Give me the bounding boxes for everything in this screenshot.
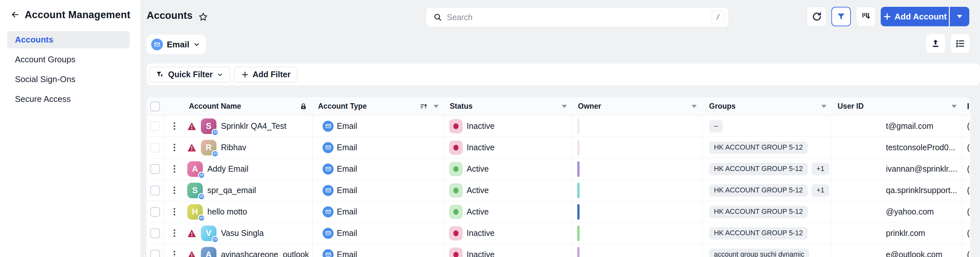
- owner-avatar-sliver: [577, 183, 579, 198]
- user-id: e@outlook.com: [886, 250, 942, 257]
- owner-avatar-sliver: [577, 161, 579, 177]
- table-row[interactable]: S spr_qa_email Email Active HK ACCOUNT G…: [147, 180, 970, 201]
- clipped-column-header-fragment: I: [967, 102, 969, 111]
- refresh-button[interactable]: [807, 7, 826, 26]
- filter-caret-icon[interactable]: [434, 105, 439, 108]
- add-account-button[interactable]: Add Account: [881, 7, 949, 26]
- status-dot: [453, 145, 458, 151]
- lock-icon[interactable]: [300, 103, 307, 110]
- user-id: testconsoleProd0...: [886, 143, 955, 152]
- email-badge-icon: [212, 236, 219, 243]
- filter-button[interactable]: [831, 7, 851, 26]
- favorite-star-icon[interactable]: [198, 12, 208, 22]
- warning-icon: [187, 251, 196, 257]
- kebab-menu-icon[interactable]: [172, 208, 177, 216]
- email-type-icon: [323, 228, 334, 239]
- add-filter-button[interactable]: Add Filter: [234, 67, 298, 82]
- account-name: avinashcareone_outlook: [221, 250, 309, 257]
- add-account-dropdown[interactable]: [950, 7, 969, 26]
- kebab-menu-icon[interactable]: [172, 229, 177, 237]
- status-label: Inactive: [467, 228, 495, 238]
- kebab-menu-icon[interactable]: [172, 122, 177, 130]
- table-row[interactable]: V Vasu Singla Email Inactive HK ACCOUNT …: [147, 223, 970, 244]
- status-badge: [449, 247, 463, 257]
- filter-caret-icon[interactable]: [562, 105, 567, 108]
- sidebar-item-account-groups[interactable]: Account Groups: [7, 51, 130, 68]
- column-header-owner: Owner: [578, 102, 601, 111]
- vertical-bars-arrow-icon[interactable]: [856, 7, 875, 26]
- account-type-label: Email: [337, 143, 357, 152]
- email-type-icon: [323, 249, 334, 257]
- upload-button[interactable]: [926, 34, 945, 53]
- table-row[interactable]: A avinashcareone_outlook Email Inactive …: [147, 244, 970, 257]
- status-badge: [449, 162, 463, 176]
- list-view-button[interactable]: [951, 34, 970, 53]
- account-management-page: Account Management Accounts Account Grou…: [0, 0, 980, 257]
- kebab-menu-icon[interactable]: [172, 251, 177, 257]
- user-id: t@gmail.com: [886, 121, 933, 131]
- group-chip: HK ACCOUNT GROUP 5-12: [709, 206, 808, 218]
- quick-filter-icon: [156, 70, 164, 79]
- owner-avatar-sliver: [577, 119, 579, 134]
- row-checkbox[interactable]: [150, 186, 160, 195]
- sidebar-item-label: Accounts: [15, 35, 53, 45]
- avatar-letter: H: [192, 207, 198, 217]
- status-label: Inactive: [467, 143, 495, 152]
- account-type-label: Email: [337, 164, 357, 174]
- row-checkbox[interactable]: [150, 228, 160, 238]
- email-badge-icon: [212, 150, 219, 157]
- status-label: Active: [467, 164, 489, 174]
- avatar-letter: A: [192, 164, 198, 174]
- kebab-menu-icon[interactable]: [172, 165, 177, 173]
- account-name: Ribhav: [221, 143, 246, 152]
- search-shortcut-badge: /: [712, 10, 724, 24]
- sidebar: Account Management Accounts Account Grou…: [0, 0, 141, 257]
- channel-filter-chip[interactable]: Email: [147, 35, 206, 54]
- sidebar-item-social-sign-ons[interactable]: Social Sign-Ons: [7, 71, 130, 88]
- status-badge: [449, 119, 463, 133]
- table-body: S Sprinklr QA4_Test Email Inactive – t@g…: [147, 116, 970, 257]
- clipped-cell-fragment: (: [967, 121, 970, 131]
- account-name: Addy Email: [207, 164, 248, 174]
- status-badge: [449, 205, 463, 219]
- sidebar-title: Account Management: [25, 9, 130, 21]
- table-row[interactable]: R Ribhav Email Inactive HK ACCOUNT GROUP…: [147, 137, 970, 159]
- warning-icon: [187, 143, 196, 152]
- avatar: V: [201, 225, 216, 241]
- account-type-label: Email: [337, 207, 357, 216]
- filter-caret-icon[interactable]: [951, 105, 957, 108]
- filter-caret-icon[interactable]: [821, 105, 827, 108]
- row-checkbox[interactable]: [150, 207, 160, 217]
- email-type-icon: [323, 185, 334, 196]
- column-header-status: Status: [450, 102, 473, 111]
- table-row[interactable]: S Sprinklr QA4_Test Email Inactive – t@g…: [147, 116, 970, 137]
- filter-caret-icon[interactable]: [692, 105, 697, 108]
- groups-cell: HK ACCOUNT GROUP 5-12: [702, 137, 832, 158]
- sidebar-item-secure-access[interactable]: Secure Access: [7, 90, 130, 108]
- kebab-menu-icon[interactable]: [172, 187, 177, 194]
- sidebar-item-label: Account Groups: [15, 54, 75, 65]
- back-arrow-icon[interactable]: [10, 10, 20, 19]
- sidebar-item-accounts[interactable]: Accounts: [7, 31, 130, 48]
- row-checkbox[interactable]: [150, 121, 160, 131]
- status-badge: [449, 226, 463, 240]
- sort-icon[interactable]: [420, 103, 428, 110]
- kebab-menu-icon[interactable]: [172, 144, 177, 151]
- status-dot: [453, 230, 458, 236]
- row-checkbox[interactable]: [150, 143, 160, 152]
- search-input[interactable]: [447, 13, 712, 22]
- filter-toolbar: Quick Filter Add Filter: [147, 63, 980, 85]
- clipped-cell-fragment: (: [967, 164, 970, 174]
- table-row[interactable]: A Addy Email Email Active HK ACCOUNT GRO…: [147, 159, 970, 180]
- status-dot: [453, 123, 458, 129]
- chevron-down-icon: [193, 41, 200, 48]
- table-row[interactable]: H hello motto Email Active HK ACCOUNT GR…: [147, 201, 970, 223]
- row-checkbox[interactable]: [150, 164, 160, 174]
- group-chip: HK ACCOUNT GROUP 5-12: [709, 227, 808, 240]
- group-chip: HK ACCOUNT GROUP 5-12: [709, 141, 808, 154]
- row-checkbox[interactable]: [150, 250, 160, 257]
- column-header-user-id: User ID: [838, 102, 864, 111]
- status-label: Inactive: [467, 250, 495, 257]
- quick-filter-button[interactable]: Quick Filter: [149, 67, 230, 82]
- select-all-checkbox[interactable]: [150, 102, 160, 111]
